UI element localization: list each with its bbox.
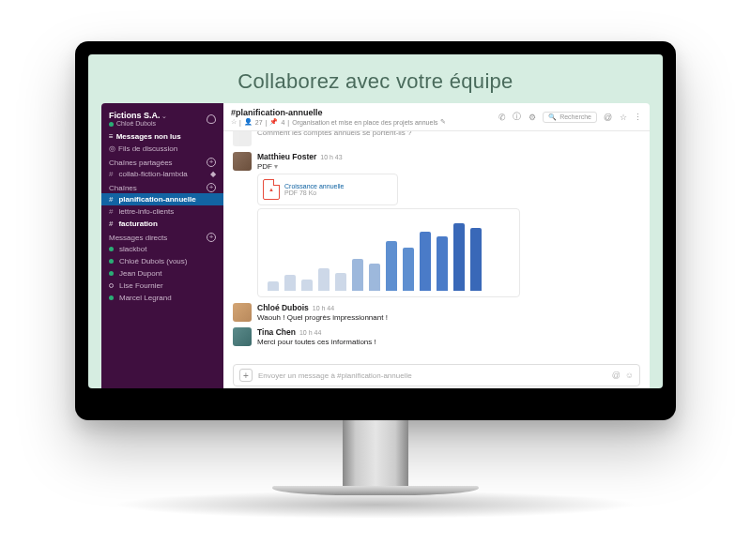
more-icon[interactable]: ⋮ [634,113,642,121]
star-icon[interactable]: ☆ [231,118,237,126]
message-3: Tina Chen 10 h 44 Merci pour toutes ces … [233,327,640,346]
chart-bar [369,264,380,291]
chart-bar [352,259,363,291]
workspace-header[interactable]: Fictions S.A. ⌄ Chloé Dubois [101,109,223,130]
composer-placeholder[interactable]: Envoyer un message à #planification-annu… [258,371,606,380]
channel-actions: ✆ ⓘ ⚙ 🔍 Recherche @ ☆ ⋮ [498,112,642,123]
channels-header[interactable]: Chaînes + [101,180,223,193]
msg-text: Waouh ! Quel progrès impressionnant ! [257,313,640,322]
members-icon[interactable]: 👤 [244,118,253,126]
dm-self[interactable]: Chloé Dubois (vous) [101,255,223,267]
chart-bar [318,268,330,291]
pin-icon[interactable]: 📌 [269,118,278,126]
phone-icon[interactable]: ✆ [498,113,506,121]
sidebar: Fictions S.A. ⌄ Chloé Dubois ≡Messages n… [101,103,223,388]
unread-messages-link[interactable]: ≡Messages non lus [101,130,223,143]
attach-button[interactable]: + [239,369,253,382]
chart-bar [386,241,397,291]
file-name: Croissance annuelle [284,183,344,189]
message-2: Chloé Dubois 10 h 44 Waouh ! Quel progrè… [233,303,640,322]
star-action-icon[interactable]: ☆ [619,113,627,121]
floor-shadow [113,491,638,519]
monitor-mockup: Collaborez avec votre équipe Fictions S.… [75,41,676,519]
sidebar-item-lettre[interactable]: lettre-info-clients [101,205,223,218]
add-shared-icon[interactable]: + [207,158,216,167]
dm-marcel[interactable]: Marcel Legrand [101,292,223,304]
file-size: PDF 78 Ko [284,189,344,196]
dm-lise[interactable]: Lise Fournier [101,280,223,292]
screen: Collaborez avec votre équipe Fictions S.… [88,54,663,388]
dm-header[interactable]: Messages directs + [101,230,223,243]
dm-slackbot[interactable]: slackbot [101,243,223,255]
chart-bar [335,273,346,291]
info-icon[interactable]: ⓘ [513,113,521,121]
sidebar-item-collab[interactable]: collab-fiction-lambda◆ [101,168,223,180]
channel-topic: Organisation et mise en place des projet… [292,119,437,126]
avatar-matthieu[interactable] [233,152,252,171]
chart-bar [268,281,279,291]
shared-heading: Chaînes partagées [109,159,173,167]
msg-time: 10 h 44 [313,305,334,311]
search-input[interactable]: 🔍 Recherche [543,112,597,123]
mention-icon[interactable]: @ [604,113,612,121]
hero-title: Collaborez avec votre équipe [88,54,663,103]
avatar-chloe[interactable] [233,303,252,322]
message-composer[interactable]: + Envoyer un message à #planification-an… [233,364,640,386]
chart-bar [284,275,296,291]
add-channel-icon[interactable]: + [207,183,216,192]
message-list: Comment les comptes annuels se portent-i… [223,131,650,358]
sidebar-item-facturation[interactable]: facturation [101,218,223,230]
search-icon: 🔍 [548,114,557,121]
gear-icon[interactable]: ⚙ [528,113,536,121]
threads-link[interactable]: ◎Fils de discussion [101,143,223,155]
chart-bar [301,280,313,291]
bell-icon[interactable] [207,114,216,124]
msg-text: Merci pour toutes ces informations ! [257,338,640,346]
message-1: Matthieu Foster 10 h 43 PDF ▾ ▲ Croissan… [233,152,640,297]
channels-heading: Chaînes [109,184,137,192]
chart-bar [437,236,448,291]
chart-bar [420,232,431,291]
file-attachment[interactable]: ▲ Croissance annuelle PDF 78 Ko [257,174,398,205]
msg-author[interactable]: Chloé Dubois [257,303,309,312]
channel-name[interactable]: #planification-annuelle [231,108,446,117]
msg-author[interactable]: Tina Chen [257,327,296,337]
avatar[interactable] [233,131,252,146]
mention-composer-icon[interactable]: @ [612,371,621,380]
chart-preview[interactable] [257,208,520,297]
dm-heading: Messages directs [109,234,167,242]
member-count: 27 [255,119,263,126]
unread-label: Messages non lus [116,132,181,141]
threads-label: Fils de discussion [118,144,177,153]
channel-header: #planification-annuelle ☆ | 👤27 | 📌4 | O… [223,103,650,131]
msg-text: PDF [257,162,272,171]
monitor-bezel: Collaborez avec votre équipe Fictions S.… [75,41,676,420]
previous-message: Comment les comptes annuels se portent-i… [233,131,640,146]
channel-meta: ☆ | 👤27 | 📌4 | Organisation et mise en p… [231,118,446,126]
emoji-icon[interactable]: ☺ [625,371,634,380]
pdf-icon: ▲ [263,179,280,200]
workspace-name: Fictions S.A. [109,111,161,120]
slack-app: Fictions S.A. ⌄ Chloé Dubois ≡Messages n… [101,103,650,388]
shared-channels-header[interactable]: Chaînes partagées + [101,155,223,168]
pencil-icon[interactable]: ✎ [440,118,446,126]
chart-bar [403,248,414,291]
main-panel: #planification-annuelle ☆ | 👤27 | 📌4 | O… [223,103,650,388]
monitor-stand [343,420,408,486]
add-dm-icon[interactable]: + [207,233,216,242]
avatar-tina[interactable] [233,327,252,346]
msg-time: 10 h 44 [299,329,321,336]
pin-count: 4 [281,119,284,126]
chart-bar [453,223,465,291]
chart-bar [470,228,482,291]
workspace-user: Chloé Dubois [109,120,167,127]
dm-jean[interactable]: Jean Dupont [101,267,223,280]
msg-author[interactable]: Matthieu Foster [257,152,316,161]
prev-msg-text: Comment les comptes annuels se portent-i… [257,131,640,137]
search-placeholder: Recherche [559,114,591,120]
msg-time: 10 h 43 [320,154,342,160]
sidebar-item-planification[interactable]: planification-annuelle [101,193,223,205]
